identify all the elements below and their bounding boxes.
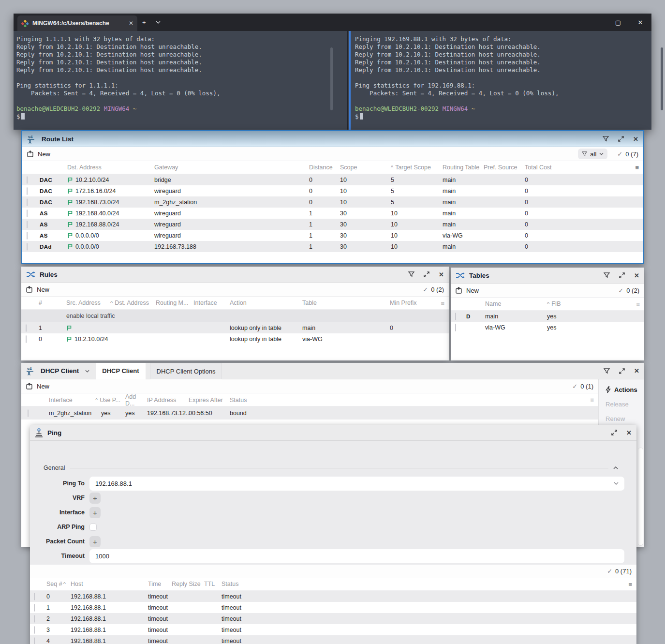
- tables-row[interactable]: D main yes: [451, 311, 644, 322]
- release-action[interactable]: Release: [606, 401, 644, 408]
- rules-comment-row[interactable]: enable local traffic: [21, 310, 449, 322]
- new-button[interactable]: New: [26, 286, 49, 293]
- vrf-add-button[interactable]: +: [89, 493, 101, 504]
- row-checkbox[interactable]: [28, 409, 29, 417]
- close-icon[interactable]: ✕: [439, 271, 444, 278]
- detach-icon[interactable]: [619, 368, 625, 374]
- detach-icon[interactable]: [619, 272, 625, 278]
- dhcp-row[interactable]: m_2ghz_station yes yes 192.168.73.12... …: [21, 406, 598, 419]
- route-table-header[interactable]: Dst. Address Gateway Distance Scope ^Tar…: [22, 161, 643, 174]
- row-checkbox[interactable]: [27, 198, 28, 206]
- column-menu-icon[interactable]: ≡: [636, 300, 640, 308]
- terminal-pane-divider[interactable]: [347, 31, 348, 130]
- new-button[interactable]: New: [26, 383, 49, 390]
- close-icon[interactable]: ✕: [634, 272, 639, 279]
- ping-table-header[interactable]: Seq #^ Host Time Reply Size TTL Status ≡: [30, 578, 636, 591]
- route-row[interactable]: DAC 172.16.16.0/24 wireguard 0 10 5 main…: [22, 185, 643, 196]
- row-checkbox[interactable]: [27, 176, 28, 184]
- minimize-icon[interactable]: —: [585, 19, 607, 26]
- row-checkbox[interactable]: [34, 615, 35, 623]
- dhcp-titlebar[interactable]: v4 DHCP Client DHCP Client DHCP Client O…: [21, 363, 644, 379]
- terminal-output-left: Pinging 1.1.1.1 with 32 bytes of data: R…: [16, 35, 336, 97]
- tables-titlebar[interactable]: Tables ✕: [451, 268, 644, 284]
- chevron-up-icon[interactable]: [613, 466, 618, 469]
- timeout-input[interactable]: 1000: [89, 549, 624, 563]
- route-row[interactable]: DAd 0.0.0.0/0 192.168.73.188 1 30 10 mai…: [22, 241, 643, 252]
- chevron-down-icon[interactable]: [614, 482, 619, 485]
- terminal-tab[interactable]: MINGW64:/c/Users/benache ✕: [17, 15, 137, 31]
- maximize-icon[interactable]: ▢: [607, 19, 629, 26]
- dhcp-scrollbar[interactable]: [638, 448, 643, 546]
- tab-close-icon[interactable]: ✕: [129, 20, 133, 27]
- general-section-header[interactable]: General: [44, 464, 618, 471]
- new-button[interactable]: New: [456, 287, 479, 294]
- terminal-pane-right[interactable]: Pinging 192.169.88.1 with 32 bytes of da…: [349, 31, 655, 130]
- route-row[interactable]: AS 192.168.88.0/24 wireguard 1 30 10 mai…: [22, 219, 643, 230]
- rules-row[interactable]: 1 lookup only in table main 0: [21, 322, 449, 333]
- route-row[interactable]: DAC 10.2.10.0/24 bridge 0 10 5 main 0: [22, 174, 643, 185]
- filter-icon[interactable]: [604, 368, 610, 374]
- rules-table-header[interactable]: # Src. Address ^Dst. Address Routing M..…: [21, 297, 449, 310]
- interface-add-button[interactable]: +: [89, 507, 101, 518]
- row-checkbox[interactable]: [27, 232, 28, 240]
- dhcp-table-header[interactable]: Interface ^Use P... Add D... IP Address …: [21, 393, 598, 406]
- row-checkbox[interactable]: [26, 335, 27, 343]
- close-icon[interactable]: ✕: [634, 367, 639, 374]
- close-icon[interactable]: ✕: [626, 429, 632, 436]
- terminal-scrollbar-left[interactable]: [330, 47, 333, 110]
- ping-titlebar[interactable]: Ping ✕: [30, 425, 636, 441]
- column-menu-icon[interactable]: ≡: [628, 581, 632, 588]
- route-row[interactable]: DAC 192.168.73.0/24 m_2ghz_station 0 10 …: [22, 196, 643, 208]
- ping-to-input[interactable]: 192.168.88.1: [89, 477, 624, 491]
- column-menu-icon[interactable]: ≡: [441, 300, 444, 307]
- ping-row[interactable]: 3192.168.88.1 timeout timeout: [30, 624, 636, 635]
- column-menu-icon[interactable]: ≡: [635, 164, 639, 171]
- tables-table-header[interactable]: Name ^FIB ≡: [451, 298, 644, 311]
- route-list-titlebar[interactable]: v4 Route List ✕: [22, 131, 643, 147]
- detach-icon[interactable]: [611, 430, 617, 435]
- arp-ping-checkbox[interactable]: [89, 524, 97, 531]
- rules-titlebar[interactable]: Rules ✕: [21, 267, 449, 283]
- row-checkbox[interactable]: [27, 187, 28, 195]
- filter-icon[interactable]: [603, 136, 609, 142]
- row-checkbox[interactable]: [26, 324, 27, 332]
- tab-dropdown-icon[interactable]: [151, 14, 165, 31]
- ping-row[interactable]: 1192.168.88.1 timeout timeout: [30, 602, 636, 613]
- filter-icon[interactable]: [408, 271, 414, 277]
- tables-row[interactable]: via-WG yes: [451, 322, 644, 333]
- terminal-scrollbar-right[interactable]: [661, 47, 663, 110]
- desktop: MINGW64:/c/Users/benache ✕ + — ▢ ✕ Pingi…: [0, 0, 665, 644]
- new-button[interactable]: New: [27, 150, 50, 158]
- sort-asc-icon: ^: [110, 300, 113, 306]
- route-filter-dropdown[interactable]: all: [578, 149, 607, 159]
- column-menu-icon[interactable]: ≡: [590, 396, 594, 404]
- renew-action[interactable]: Renew: [606, 415, 644, 422]
- row-checkbox[interactable]: [34, 637, 35, 644]
- row-checkbox[interactable]: [34, 604, 35, 612]
- dhcp-title-dropdown-icon[interactable]: [85, 370, 89, 373]
- close-icon[interactable]: ✕: [633, 135, 638, 143]
- ping-row[interactable]: 0192.168.88.1 timeout timeout: [30, 591, 636, 602]
- row-checkbox[interactable]: [27, 210, 28, 217]
- packet-count-add-button[interactable]: +: [89, 536, 101, 547]
- close-icon[interactable]: ✕: [629, 19, 651, 26]
- ping-row[interactable]: 4192.168.88.1 timeout timeout: [30, 635, 636, 644]
- route-row[interactable]: AS 192.168.40.0/24 wireguard 1 30 10 mai…: [22, 208, 643, 219]
- terminal-pane-left[interactable]: Pinging 1.1.1.1 with 32 bytes of data: R…: [14, 31, 336, 130]
- row-checkbox[interactable]: [455, 313, 456, 320]
- tab-dhcp-client-options[interactable]: DHCP Client Options: [150, 363, 222, 379]
- row-checkbox[interactable]: [455, 324, 456, 331]
- filter-icon[interactable]: [604, 272, 610, 278]
- rules-row[interactable]: 0 10.2.10.0/24 lookup only in table via-…: [21, 333, 449, 344]
- route-row[interactable]: AS 0.0.0.0/0 wireguard 1 30 10 via-WG 0: [22, 230, 643, 241]
- row-checkbox[interactable]: [27, 243, 28, 251]
- detach-icon[interactable]: [618, 136, 624, 142]
- new-tab-button[interactable]: +: [137, 14, 151, 31]
- timeout-label: Timeout: [30, 553, 85, 559]
- row-checkbox[interactable]: [34, 626, 35, 634]
- row-checkbox[interactable]: [27, 221, 28, 228]
- tab-dhcp-client[interactable]: DHCP Client: [96, 363, 145, 379]
- ping-row[interactable]: 2192.168.88.1 timeout timeout: [30, 613, 636, 624]
- row-checkbox[interactable]: [34, 593, 35, 600]
- detach-icon[interactable]: [424, 271, 429, 277]
